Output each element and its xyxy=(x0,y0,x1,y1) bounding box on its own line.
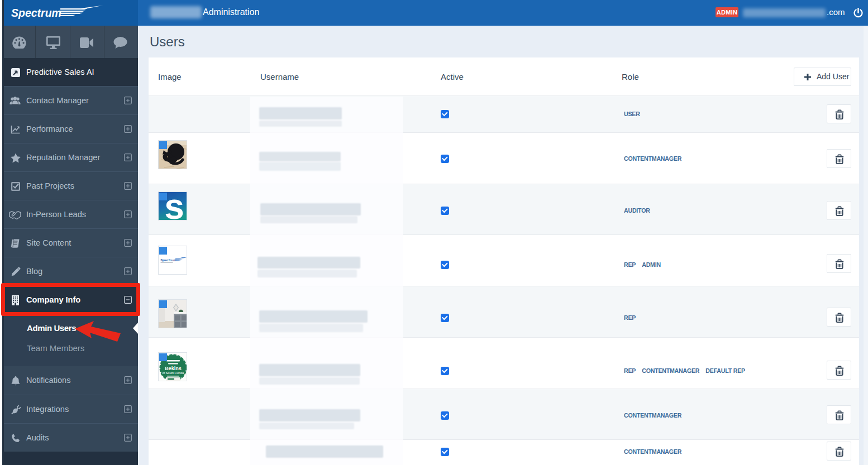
svg-text:Spectrum: Spectrum xyxy=(160,258,177,262)
svg-text:Bekins: Bekins xyxy=(165,366,182,371)
svg-text:s: s xyxy=(164,192,184,220)
svg-text:Spectrum: Spectrum xyxy=(11,7,61,19)
svg-text:of South Florida: of South Florida xyxy=(163,371,185,375)
